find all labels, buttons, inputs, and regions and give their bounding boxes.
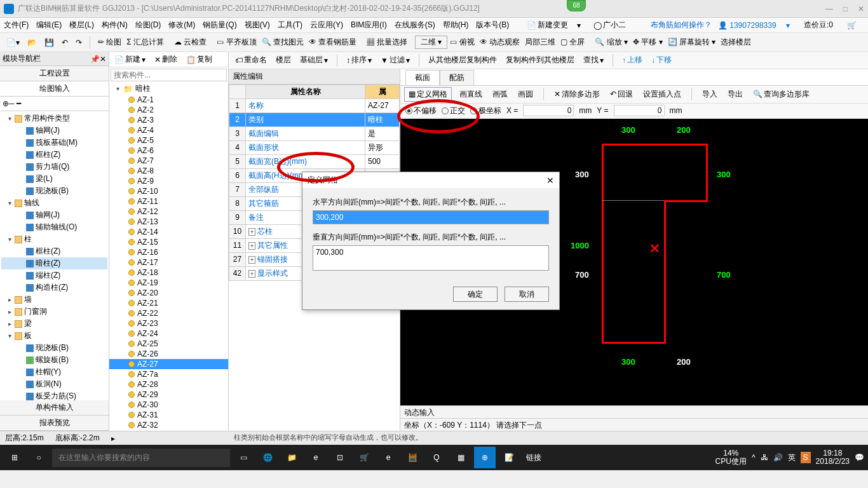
app-icon[interactable]: 🛒 <box>353 447 375 468</box>
tab-draw-input[interactable]: 绘图输入 <box>0 81 109 97</box>
tree-item[interactable]: 轴网(J) <box>1 125 107 137</box>
pin-icon[interactable]: 📌 <box>90 55 100 64</box>
app-icon[interactable]: 🌐 <box>257 447 278 468</box>
view-mode-select[interactable]: 二维 ▾ <box>415 36 447 49</box>
tree-item[interactable]: ▸ 门窗洞 <box>1 306 107 318</box>
app-icon[interactable]: 🧮 <box>402 447 423 468</box>
menu-item[interactable]: 修改(M) <box>168 20 195 29</box>
polygon-library-button[interactable]: 🔍 查询多边形库 <box>750 88 812 101</box>
floor-select[interactable]: 楼层 <box>273 53 294 67</box>
menu-item[interactable]: 楼层(L) <box>69 20 94 29</box>
component-list[interactable]: ▾📁 暗柱 AZ-1 AZ-2 AZ-3 AZ-4 AZ-5 AZ-6 AZ-7… <box>109 83 228 431</box>
list-item[interactable]: AZ-18 <box>109 268 228 278</box>
tree-item[interactable]: 构造柱(Z) <box>1 281 107 294</box>
menu-item[interactable]: 在线服务(S) <box>395 20 435 29</box>
tab-section[interactable]: 截面 <box>405 70 440 85</box>
radio-no-offset[interactable] <box>405 107 412 114</box>
expand-icon[interactable]: ⊕─ <box>3 99 15 108</box>
list-item[interactable]: AZ-3 <box>109 115 228 125</box>
list-item[interactable]: AZ-10 <box>109 186 228 196</box>
app-icon[interactable]: e <box>377 447 399 468</box>
list-item[interactable]: AZ-17 <box>109 257 228 268</box>
list-item[interactable]: AZ-7 <box>109 156 228 166</box>
tree-item[interactable]: 轴网(J) <box>1 209 107 221</box>
import-button[interactable]: 导入 <box>700 88 720 101</box>
tip-link[interactable]: 布角筋如何操作？ <box>651 20 712 30</box>
cortana-icon[interactable]: ○ <box>28 447 50 468</box>
menu-item[interactable]: 文件(F) <box>4 20 29 29</box>
radio-polar[interactable] <box>470 107 477 114</box>
notification-badge[interactable]: 68 <box>567 0 586 11</box>
cancel-button[interactable]: 取消 <box>505 287 549 302</box>
new-change-button[interactable]: 📄 新建变更 ▾ <box>524 18 583 32</box>
copy-from-floor-button[interactable]: 从其他楼层复制构件 <box>426 53 499 67</box>
app-icon[interactable]: 📝 <box>498 447 520 468</box>
filter-button[interactable]: ▼过滤▾ <box>378 53 412 67</box>
tray-up-icon[interactable]: ^ <box>752 453 756 462</box>
toolbar-button[interactable]: 👁 查看钢筋量 <box>306 36 359 49</box>
tree-item[interactable]: ▾ 轴线 <box>1 197 107 209</box>
search-input[interactable] <box>111 69 227 81</box>
list-root[interactable]: ▾📁 暗柱 <box>109 83 228 95</box>
tray-sogou-icon[interactable]: S <box>801 452 811 463</box>
toolbar-button[interactable]: ☁ 云检查 <box>172 36 209 49</box>
h-spacing-input[interactable] <box>313 210 549 224</box>
define-grid-button[interactable]: ▦ 定义网格 <box>404 87 452 102</box>
save-icon[interactable]: 💾 <box>42 37 57 48</box>
move-down-button[interactable]: ↓下移 <box>649 53 674 67</box>
toolbar-button[interactable]: 🔍 缩放 ▾ <box>592 36 630 49</box>
y-input[interactable] <box>614 105 665 116</box>
toolbar-button[interactable]: 选择楼层 <box>718 36 754 49</box>
menu-item[interactable]: 工具(T) <box>278 20 302 29</box>
open-icon[interactable]: 📂 <box>25 37 39 48</box>
list-item[interactable]: AZ-15 <box>109 237 228 247</box>
toolbar-button[interactable]: 局部三维 <box>522 36 558 49</box>
table-row[interactable]: 4截面形状异形 <box>229 140 400 154</box>
tree-item[interactable]: ▸ 梁 <box>1 318 107 330</box>
table-row[interactable]: 5截面宽(B边)(mm)500 <box>229 154 400 168</box>
draw-circle-button[interactable]: 画圆 <box>515 88 536 101</box>
table-row[interactable]: 1名称AZ-27 <box>229 98 400 112</box>
undo-polygon-button[interactable]: ↶ 回退 <box>607 88 635 101</box>
toolbar-button[interactable]: Σ 汇总计算 <box>124 36 166 49</box>
list-item[interactable]: AZ-1 <box>109 95 228 105</box>
toolbar-button[interactable]: 🔍 查找图元 <box>259 36 306 49</box>
dialog-close-icon[interactable]: ✕ <box>546 175 554 186</box>
x-input[interactable] <box>523 105 574 116</box>
tree-item[interactable]: 剪力墙(Q) <box>1 161 107 173</box>
new-button[interactable]: 📄新建▾ <box>112 53 148 66</box>
move-up-button[interactable]: ↑上移 <box>620 53 645 67</box>
list-item[interactable]: AZ-7a <box>109 369 228 379</box>
list-item[interactable]: AZ-23 <box>109 318 228 329</box>
list-item[interactable]: AZ-16 <box>109 247 228 257</box>
app-icon[interactable]: 📁 <box>281 447 302 468</box>
toolbar-button[interactable]: ▭ 平齐板顶 <box>214 36 259 49</box>
v-spacing-input[interactable]: 700,300 <box>313 245 549 271</box>
draw-line-button[interactable]: 画直线 <box>457 88 485 101</box>
taskbar-search[interactable]: 在这里输入你要搜索的内容 <box>52 449 230 467</box>
tree-item[interactable]: 框柱(Z) <box>1 149 107 161</box>
list-item[interactable]: AZ-2 <box>109 105 228 115</box>
tab-single-input[interactable]: 单构件输入 <box>0 400 109 416</box>
tree-item[interactable]: 柱帽(Y) <box>1 366 107 378</box>
list-item[interactable]: AZ-4 <box>109 125 228 135</box>
sort-button[interactable]: ↕排序▾ <box>344 53 374 67</box>
close-button[interactable]: ✕ <box>858 4 864 13</box>
table-row[interactable]: 3截面编辑是 <box>229 126 400 140</box>
list-item[interactable]: AZ-24 <box>109 329 228 339</box>
menu-item[interactable]: 钢筋量(Q) <box>203 20 236 29</box>
tree-item[interactable]: 筏板基础(M) <box>1 137 107 149</box>
menu-item[interactable]: 视图(V) <box>245 20 270 29</box>
table-row[interactable]: 2类别暗柱 <box>229 112 400 126</box>
tree-item[interactable]: ▾ 柱 <box>1 233 107 245</box>
tray-network-icon[interactable]: 🖧 <box>761 453 768 462</box>
list-item[interactable]: AZ-9 <box>109 176 228 186</box>
tree-item[interactable]: 螺旋板(B) <box>1 354 107 366</box>
list-item[interactable]: AZ-20 <box>109 288 228 298</box>
menu-item[interactable]: 帮助(H) <box>443 20 469 29</box>
clear-polygon-button[interactable]: ✕ 清除多边形 <box>552 88 602 101</box>
tree-item[interactable]: 板受力筋(S) <box>1 390 107 400</box>
list-item[interactable]: AZ-13 <box>109 217 228 227</box>
credit-icon[interactable]: 🛒 <box>847 21 857 30</box>
menu-item[interactable]: 编辑(E) <box>36 20 62 29</box>
